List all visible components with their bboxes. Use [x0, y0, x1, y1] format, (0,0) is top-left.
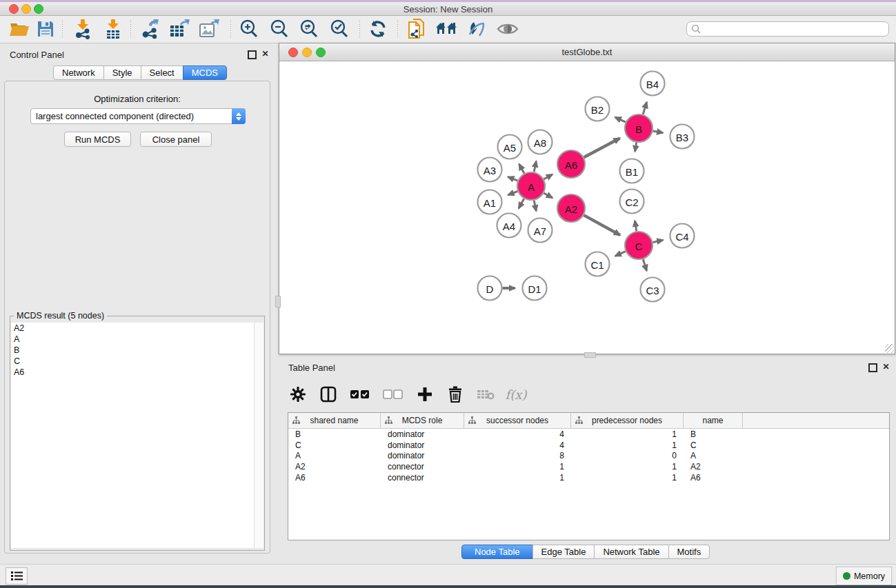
- edge-A-A7[interactable]: [534, 201, 536, 211]
- node-C2[interactable]: C2: [620, 190, 644, 214]
- cell-mcds_role[interactable]: dominator: [381, 429, 464, 439]
- window-resize-grip[interactable]: [885, 344, 894, 353]
- result-item[interactable]: A2: [11, 323, 254, 334]
- node-A[interactable]: A: [517, 172, 545, 200]
- cell-name[interactable]: A6: [684, 473, 743, 483]
- tab-motifs[interactable]: Motifs: [668, 545, 710, 559]
- cell-successor_nodes[interactable]: 4: [464, 440, 571, 450]
- cell-shared_name[interactable]: B: [288, 429, 381, 439]
- network-from-selection-icon[interactable]: [404, 17, 429, 41]
- float-panel-button[interactable]: [248, 50, 257, 59]
- node-C[interactable]: C: [625, 232, 653, 259]
- cell-shared_name[interactable]: A6: [288, 473, 381, 483]
- edge-B-B4[interactable]: [643, 102, 646, 114]
- export-table-icon[interactable]: [167, 17, 192, 41]
- node-A6[interactable]: A6: [557, 150, 585, 178]
- node-B[interactable]: B: [625, 114, 653, 142]
- cell-name[interactable]: A: [684, 451, 743, 460]
- zoom-in-icon[interactable]: [237, 17, 261, 41]
- cell-name[interactable]: C: [684, 440, 743, 450]
- table-settings-icon[interactable]: [288, 384, 308, 405]
- tab-style[interactable]: Style: [103, 65, 141, 80]
- splitter-grip-vertical[interactable]: [275, 296, 281, 307]
- table-row[interactable]: A2connector11A2: [288, 461, 889, 472]
- table-row[interactable]: Adominator80A: [288, 451, 889, 462]
- table-row[interactable]: A6connector11A6: [288, 472, 889, 483]
- show-column-panel-icon[interactable]: [318, 384, 339, 405]
- memory-button[interactable]: Memory: [836, 567, 892, 585]
- open-session-icon[interactable]: [7, 17, 32, 41]
- cell-name[interactable]: A2: [684, 462, 743, 472]
- table-float-button[interactable]: [868, 363, 877, 372]
- cell-shared_name[interactable]: A: [288, 451, 381, 460]
- node-B1[interactable]: B1: [620, 159, 644, 183]
- node-A5[interactable]: A5: [498, 135, 522, 159]
- export-network-icon[interactable]: [137, 17, 162, 41]
- edge-B-B3[interactable]: [653, 131, 663, 133]
- node-C4[interactable]: C4: [670, 224, 695, 248]
- network-canvas[interactable]: B4B2BB3A5A8A6B1A3AC2A1A2A4A7C4CC1C3DD1: [279, 61, 895, 354]
- tab-select[interactable]: Select: [141, 65, 183, 80]
- tab-mcds[interactable]: MCDS: [183, 65, 227, 80]
- edge-B-B2[interactable]: [615, 117, 626, 122]
- export-image-icon[interactable]: [197, 17, 221, 41]
- cell-successor_nodes[interactable]: 1: [464, 462, 571, 472]
- cell-predecessor_nodes[interactable]: 1: [571, 473, 684, 483]
- result-scrollbar[interactable]: [254, 323, 263, 548]
- node-A8[interactable]: A8: [528, 130, 552, 154]
- network-window-titlebar[interactable]: testGlobe.txt: [279, 43, 895, 61]
- home-view-icon[interactable]: [434, 17, 459, 41]
- column-header-mcds_role[interactable]: MCDS role: [381, 413, 464, 428]
- edge-A-A2[interactable]: [544, 193, 552, 198]
- result-item[interactable]: B: [11, 345, 254, 356]
- node-D[interactable]: D: [478, 276, 502, 301]
- column-header-shared_name[interactable]: shared name: [288, 413, 381, 428]
- result-item[interactable]: C: [11, 356, 254, 367]
- tab-network[interactable]: Network: [53, 65, 104, 80]
- column-header-successor_nodes[interactable]: successor nodes: [464, 413, 571, 428]
- hide-annotations-icon[interactable]: [464, 17, 489, 41]
- edge-A-A4[interactable]: [519, 199, 524, 208]
- node-C1[interactable]: C1: [586, 252, 610, 276]
- cell-successor_nodes[interactable]: 4: [464, 429, 571, 439]
- node-A2[interactable]: A2: [557, 194, 585, 222]
- criterion-dropdown[interactable]: largest connected component (directed): [30, 108, 246, 124]
- edge-A6-B[interactable]: [584, 139, 620, 158]
- delete-row-icon[interactable]: [445, 384, 466, 405]
- edge-A-A3[interactable]: [508, 177, 517, 181]
- edge-A-A8[interactable]: [534, 161, 536, 172]
- zoom-fit-icon[interactable]: [297, 17, 321, 41]
- table-row[interactable]: Cdominator41C: [288, 440, 889, 451]
- edge-A-A5[interactable]: [519, 164, 524, 174]
- close-panel-button[interactable]: ✕: [261, 50, 270, 59]
- cell-predecessor_nodes[interactable]: 1: [571, 462, 684, 472]
- edge-C-C3[interactable]: [643, 259, 646, 271]
- node-C3[interactable]: C3: [641, 278, 665, 302]
- node-B4[interactable]: B4: [641, 72, 665, 96]
- table-close-button[interactable]: ✕: [882, 363, 890, 372]
- node-D1[interactable]: D1: [523, 276, 547, 301]
- edge-A-A1[interactable]: [508, 192, 518, 195]
- select-all-columns-icon[interactable]: [348, 384, 372, 405]
- edge-A2-C[interactable]: [584, 215, 619, 235]
- edge-A-A6[interactable]: [544, 174, 552, 179]
- node-A3[interactable]: A3: [478, 158, 502, 182]
- add-row-icon[interactable]: [415, 384, 435, 405]
- cell-predecessor_nodes[interactable]: 1: [571, 440, 684, 450]
- column-header-predecessor_nodes[interactable]: predecessor nodes: [571, 413, 684, 428]
- import-network-icon[interactable]: [70, 17, 95, 41]
- node-A4[interactable]: A4: [497, 214, 521, 238]
- tab-network-table[interactable]: Network Table: [594, 545, 668, 559]
- column-header-name[interactable]: name: [684, 413, 743, 428]
- delete-table-icon[interactable]: [475, 384, 496, 405]
- cell-mcds_role[interactable]: dominator: [381, 451, 464, 460]
- cell-shared_name[interactable]: C: [288, 440, 381, 450]
- close-panel-button-mcds[interactable]: Close panel: [140, 132, 212, 147]
- table-row[interactable]: Bdominator41B: [288, 429, 889, 440]
- zoom-selected-icon[interactable]: [327, 17, 352, 41]
- cell-mcds_role[interactable]: connector: [381, 462, 464, 472]
- edge-C-C2[interactable]: [635, 221, 636, 231]
- node-A1[interactable]: A1: [478, 190, 502, 214]
- deselect-all-columns-icon[interactable]: [381, 384, 405, 405]
- tab-edge-table[interactable]: Edge Table: [532, 545, 595, 559]
